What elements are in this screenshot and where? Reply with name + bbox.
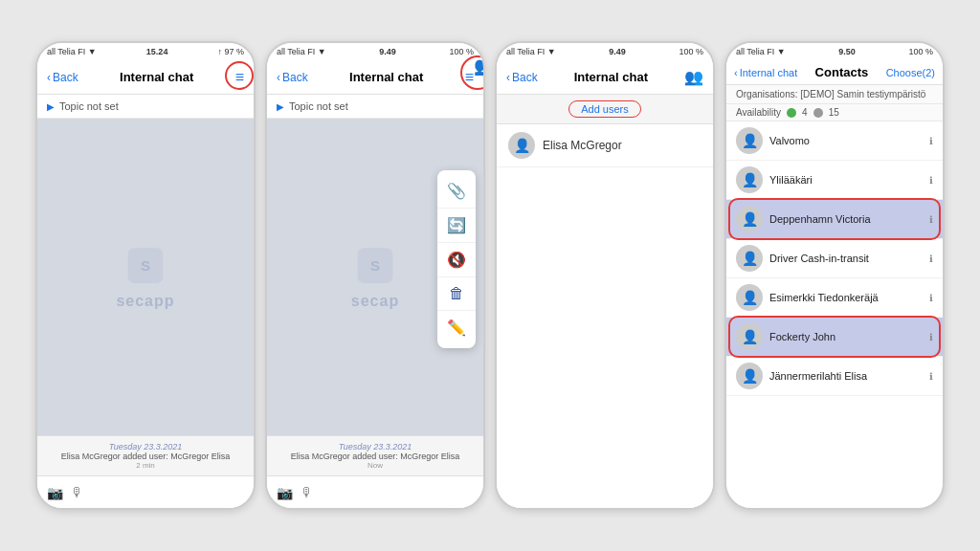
availability-bar-4: Availability 4 15 [726, 104, 943, 121]
status-right-4: 100 % [908, 47, 933, 56]
chat-body-2: S secap 📎 🔄 🔇 🗑 ✏️ [267, 119, 483, 435]
avatar-fockerty: 👤 [736, 323, 763, 350]
back-label-1: Back [53, 71, 78, 84]
choose-button-4[interactable]: Choose(2) [886, 67, 935, 78]
contact-fockerty[interactable]: 👤 Fockerty John ℹ [726, 318, 943, 357]
dropdown-menu-2: 📎 🔄 🔇 🗑 ✏️ [437, 170, 476, 348]
input-bar-1: 📷 🎙 [37, 475, 254, 508]
chevron-left-icon-1: ‹ [47, 71, 51, 84]
info-icon-fockerty: ℹ [929, 332, 933, 342]
back-button-1[interactable]: ‹ Back [47, 71, 78, 84]
menu-icon-2[interactable]: ≡ 👥 [465, 69, 474, 86]
topic-label-2: Topic not set [289, 100, 348, 112]
input-bar-2: 📷 🎙 [267, 475, 483, 508]
nav-title-3: Internal chat [574, 70, 648, 84]
group-icon-3[interactable]: 👥 [684, 68, 703, 86]
avatar-valvomo: 👤 [736, 127, 763, 154]
app-container: all Telia FI ▼ 15.24 ↑ 97 % ‹ Back Inter… [0, 0, 980, 551]
info-icon-valvomo: ℹ [929, 136, 933, 146]
user-list-3: 👤 Elisa McGregor [497, 124, 713, 508]
mute-icon[interactable]: 🔇 [437, 243, 476, 277]
refresh-icon[interactable]: 🔄 [437, 209, 476, 243]
status-right-3: 100 % [679, 47, 703, 56]
status-bar-3: all Telia FI ▼ 9.49 100 % [497, 43, 713, 60]
chevron-left-icon-3: ‹ [506, 71, 510, 84]
status-left-4: all Telia FI ▼ [736, 47, 786, 56]
contact-jännermerilahti[interactable]: 👤 Jännermerilahti Elisa ℹ [726, 357, 943, 396]
chat-footer-1: Tuesday 23.3.2021 Elisa McGregor added u… [37, 435, 254, 475]
status-center-2: 9.49 [379, 47, 396, 56]
camera-icon-1[interactable]: 📷 [47, 485, 63, 500]
camera-icon-2[interactable]: 📷 [277, 485, 293, 500]
status-bar-4: all Telia FI ▼ 9.50 100 % [726, 43, 943, 60]
svg-text:S: S [370, 256, 380, 273]
back-label-3: Back [512, 71, 538, 84]
secapp-text-1: secapp [116, 293, 174, 310]
chat-footer-2: Tuesday 23.3.2021 Elisa McGregor added u… [267, 435, 483, 475]
contacts-title-4: Contacts [815, 65, 869, 79]
contact-name-driver: Driver Cash-in-transit [769, 253, 869, 264]
time-1: 2 min [47, 461, 244, 470]
edit-icon[interactable]: ✏️ [437, 311, 476, 344]
green-count-4: 4 [802, 107, 808, 118]
avatar-deppenhamn: 👤 [736, 206, 763, 232]
avatar-driver: 👤 [736, 245, 763, 272]
avatar-jännermerilahti: 👤 [736, 363, 763, 389]
contact-valvomo[interactable]: 👤 Valvomo ℹ [726, 121, 943, 161]
phone-screen-4: all Telia FI ▼ 9.50 100 % ‹ Internal cha… [724, 41, 945, 510]
nav-bar-3: ‹ Back Internal chat 👥 [497, 60, 713, 95]
topic-arrow-1: ▶ [47, 101, 55, 112]
status-center-3: 9.49 [609, 47, 626, 56]
info-icon-driver: ℹ [929, 253, 933, 264]
contact-name-esimerkki: Esimerkki Tiedonkeräjä [769, 292, 879, 303]
contacts-nav-4: ‹ Internal chat Contacts Choose(2) [726, 60, 943, 85]
contact-ylilääkäri[interactable]: 👤 Ylilääkäri ℹ [726, 161, 943, 200]
contact-driver[interactable]: 👤 Driver Cash-in-transit ℹ [726, 239, 943, 278]
org-name-4: [DEMO] Samin testiympäristö [800, 89, 925, 99]
delete-icon[interactable]: 🗑 [437, 277, 476, 311]
contact-esimerkki[interactable]: 👤 Esimerkki Tiedonkeräjä ℹ [726, 278, 943, 318]
secapp-logo-2: S secap [351, 245, 399, 310]
info-icon-esimerkki: ℹ [929, 293, 933, 303]
contact-name-deppenhamn: Deppenhamn Victoria [769, 213, 871, 225]
phone-screen-2: all Telia FI ▼ 9.49 100 % ‹ Back Interna… [265, 41, 485, 510]
info-icon-ylilääkäri: ℹ [929, 175, 933, 186]
mic-icon-1[interactable]: 🎙 [71, 485, 84, 500]
svg-text:S: S [141, 256, 150, 273]
contact-name-jännermerilahti: Jännermerilahti Elisa [769, 370, 867, 382]
contact-deppenhamn[interactable]: 👤 Deppenhamn Victoria ℹ [726, 200, 943, 239]
back-label-2: Back [282, 71, 308, 84]
date-2: Tuesday 23.3.2021 [277, 442, 474, 452]
nav-bar-1: ‹ Back Internal chat ≡ [37, 60, 254, 95]
back-button-2[interactable]: ‹ Back [277, 71, 308, 84]
user-msg-2: Elisa McGregor added user: McGregor Elis… [277, 452, 474, 461]
grey-dot-4 [813, 108, 823, 118]
topic-label-1: Topic not set [59, 100, 119, 112]
add-users-button-3[interactable]: Add users [568, 100, 641, 118]
avatar-elisa: 👤 [508, 132, 535, 159]
contact-name-valvomo: Valvomo [769, 135, 810, 146]
add-users-header-3: Add users [497, 95, 713, 124]
status-center-1: 15.24 [146, 47, 168, 56]
grey-count-4: 15 [829, 107, 839, 118]
status-right-1: ↑ 97 % [217, 47, 244, 56]
status-left-3: all Telia FI ▼ [506, 47, 556, 56]
contact-name-ylilääkäri: Ylilääkäri [769, 174, 813, 186]
attachment-icon[interactable]: 📎 [437, 174, 476, 209]
status-left-1: all Telia FI ▼ [47, 47, 97, 56]
mic-icon-2[interactable]: 🎙 [301, 485, 314, 500]
info-icon-jännermerilahti: ℹ [929, 371, 933, 382]
chevron-left-icon-2: ‹ [277, 71, 280, 84]
topic-arrow-2: ▶ [277, 101, 284, 112]
list-item-elisa[interactable]: 👤 Elisa McGregor [497, 124, 713, 167]
contacts-list-4: 👤 Valvomo ℹ 👤 Ylilääkäri ℹ 👤 Deppenhamn … [726, 121, 943, 508]
back-button-3[interactable]: ‹ Back [506, 71, 538, 84]
back-button-4[interactable]: ‹ Internal chat [734, 67, 797, 78]
chat-body-1: S secapp [37, 119, 254, 435]
status-bar-1: all Telia FI ▼ 15.24 ↑ 97 % [37, 43, 254, 60]
group-icon-2[interactable]: 👥 [474, 55, 485, 77]
secapp-text-2: secap [351, 293, 399, 310]
user-msg-1: Elisa McGregor added user: McGregor Elis… [47, 452, 244, 461]
chevron-left-icon-4: ‹ [734, 67, 738, 78]
hamburger-icon-1[interactable]: ≡ [235, 69, 244, 86]
